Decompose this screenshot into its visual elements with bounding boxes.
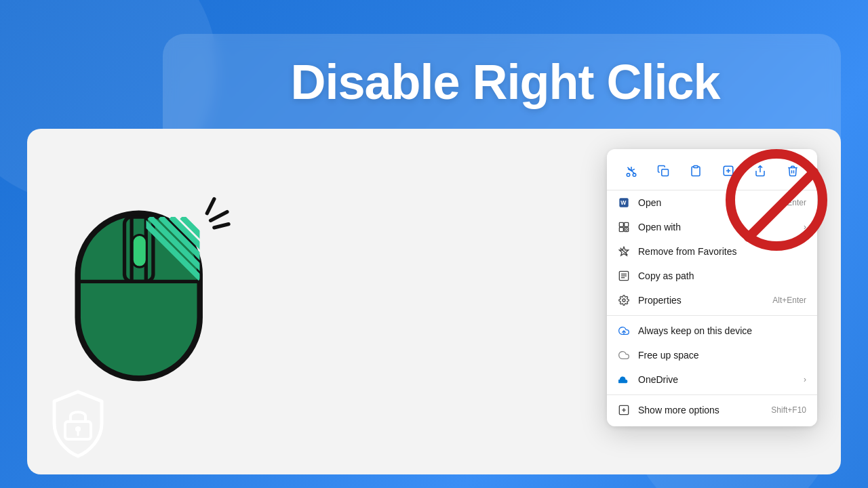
menu-item-open[interactable]: W Open Enter [607, 190, 817, 215]
menu-item-open-with[interactable]: Open with › [607, 215, 817, 239]
properties-icon [618, 294, 630, 306]
properties-shortcut: Alt+Enter [772, 296, 806, 305]
svg-point-39 [623, 299, 625, 302]
page-title: Disable Right Click [170, 54, 841, 110]
show-more-shortcut: Shift+F10 [771, 405, 806, 415]
mouse-illustration [54, 156, 285, 427]
menu-item-copy-path[interactable]: Copy as path [607, 264, 817, 288]
menu-item-show-more[interactable]: Show more options Shift+F10 [607, 398, 817, 422]
onedrive-label: OneDrive [638, 374, 795, 385]
menu-divider-1 [607, 315, 817, 316]
svg-rect-21 [662, 169, 669, 176]
svg-rect-8 [132, 235, 146, 267]
free-up-label: Free up space [638, 350, 806, 361]
free-up-icon [618, 349, 630, 361]
menu-item-always-keep[interactable]: Always keep on this device [607, 319, 817, 343]
copy-path-label: Copy as path [638, 270, 806, 281]
menu-divider-2 [607, 394, 817, 395]
remove-favorites-label: Remove from Favorites [638, 246, 806, 257]
svg-line-15 [207, 199, 214, 214]
ai-icon[interactable] [716, 159, 741, 183]
open-with-label: Open with [638, 222, 795, 232]
svg-line-16 [214, 224, 229, 228]
always-keep-icon [618, 325, 630, 337]
open-with-icon [618, 221, 630, 233]
paste-icon[interactable] [684, 159, 708, 183]
copy-path-icon [618, 270, 630, 282]
menu-item-free-up-space[interactable]: Free up space [607, 343, 817, 367]
svg-rect-28 [619, 228, 623, 232]
context-menu: W Open Enter Open with › Remove from Fav… [607, 149, 817, 426]
open-label: Open [638, 197, 778, 208]
favorites-icon [618, 245, 630, 258]
menu-item-onedrive[interactable]: OneDrive › [607, 367, 817, 392]
delete-icon[interactable] [781, 159, 805, 183]
menu-item-remove-favorites[interactable]: Remove from Favorites [607, 239, 817, 264]
svg-rect-27 [625, 222, 629, 226]
cut-icon[interactable] [619, 159, 644, 183]
show-more-icon [618, 404, 630, 416]
properties-label: Properties [638, 295, 764, 306]
context-menu-toolbar [607, 153, 817, 190]
svg-line-17 [211, 212, 227, 221]
open-with-arrow: › [804, 222, 806, 232]
svg-rect-26 [619, 222, 623, 226]
svg-text:W: W [620, 199, 627, 206]
onedrive-icon [618, 373, 630, 386]
word-icon: W [618, 197, 630, 209]
svg-point-18 [627, 174, 630, 177]
menu-item-properties[interactable]: Properties Alt+Enter [607, 288, 817, 312]
svg-rect-22 [694, 166, 698, 168]
onedrive-arrow: › [804, 375, 806, 384]
show-more-label: Show more options [638, 405, 763, 415]
open-shortcut: Enter [787, 198, 806, 207]
copy-icon[interactable] [651, 159, 675, 183]
always-keep-label: Always keep on this device [638, 325, 806, 336]
share-icon[interactable] [748, 159, 772, 183]
